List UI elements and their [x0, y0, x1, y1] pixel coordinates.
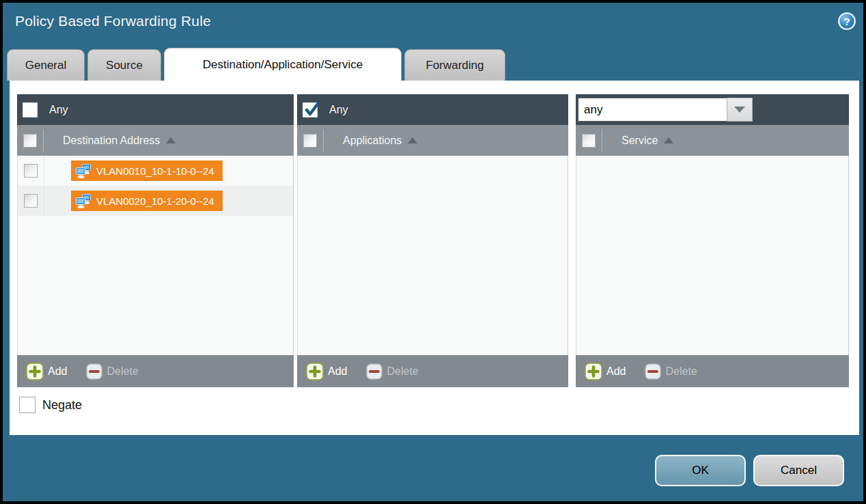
sort-ascending-icon[interactable] — [664, 137, 673, 143]
delete-icon — [366, 363, 382, 380]
service-column-label: Service — [621, 135, 658, 147]
destination-select-all-checkbox[interactable] — [23, 134, 37, 148]
row-checkbox[interactable] — [24, 194, 38, 208]
table-row[interactable]: VLAN0010_10-1-10-0--24 — [18, 156, 293, 186]
service-dropdown-button[interactable] — [727, 98, 753, 122]
applications-add-button[interactable]: Add — [306, 363, 347, 380]
svg-text:?: ? — [843, 16, 850, 27]
row-checkbox[interactable] — [24, 164, 38, 178]
tab-bar: General Source Destination/Application/S… — [7, 48, 505, 81]
applications-panel: Any Applications Add — [297, 94, 568, 387]
destination-list: VLAN0010_10-1-10-0--24 — [17, 156, 294, 355]
destination-column-header[interactable]: Destination Address — [17, 125, 294, 156]
add-icon — [306, 363, 324, 380]
applications-any-checkbox[interactable] — [303, 102, 318, 117]
network-computers-icon — [76, 194, 92, 208]
destination-any-bar: Any — [17, 94, 294, 125]
applications-column-label: Applications — [343, 135, 402, 147]
address-object[interactable]: VLAN0010_10-1-10-0--24 — [71, 160, 223, 181]
service-dropdown-input[interactable] — [578, 98, 727, 122]
policy-based-forwarding-dialog: Policy Based Forwarding Rule ? General S… — [3, 3, 863, 501]
screen: Policy Based Forwarding Rule ? General S… — [0, 0, 866, 504]
destination-delete-button[interactable]: Delete — [86, 363, 138, 380]
checkmark-icon — [304, 100, 320, 118]
address-object-label: VLAN0020_10-1-20-0--24 — [96, 195, 214, 207]
delete-icon — [645, 363, 661, 380]
address-object[interactable]: VLAN0020_10-1-20-0--24 — [71, 191, 223, 211]
service-delete-button[interactable]: Delete — [645, 363, 697, 380]
destination-add-button[interactable]: Add — [26, 363, 67, 380]
applications-panel-footer: Add Delete — [297, 355, 568, 387]
chevron-down-icon — [734, 107, 745, 113]
destination-any-checkbox[interactable] — [23, 102, 38, 117]
applications-any-bar: Any — [297, 94, 568, 125]
service-combo — [578, 98, 753, 122]
address-object-label: VLAN0010_10-1-10-0--24 — [96, 165, 214, 177]
applications-delete-button[interactable]: Delete — [366, 363, 418, 380]
applications-select-all-checkbox[interactable] — [303, 134, 317, 148]
network-computers-icon — [76, 164, 92, 178]
service-add-button[interactable]: Add — [585, 363, 626, 380]
negate-checkbox[interactable] — [19, 397, 36, 413]
tab-destination-application-service[interactable]: Destination/Application/Service — [164, 48, 402, 81]
sort-ascending-icon[interactable] — [408, 137, 417, 143]
negate-label: Negate — [42, 397, 82, 413]
service-select-all-checkbox[interactable] — [582, 134, 596, 148]
service-dropdown-bar — [576, 94, 849, 125]
cancel-button[interactable]: Cancel — [753, 455, 844, 486]
applications-list — [297, 156, 568, 355]
add-icon — [26, 363, 44, 380]
service-list — [576, 156, 849, 355]
applications-any-label: Any — [329, 104, 348, 116]
add-icon — [585, 363, 602, 380]
help-icon[interactable]: ? — [837, 11, 857, 31]
service-panel: Service Add — [576, 94, 849, 387]
applications-column-header[interactable]: Applications — [297, 125, 568, 156]
table-row[interactable]: VLAN0020_10-1-20-0--24 — [18, 186, 293, 216]
destination-address-panel: Any Destination Address — [17, 94, 294, 387]
tab-content: Any Destination Address — [10, 81, 859, 435]
dialog-footer: OK Cancel — [3, 435, 863, 501]
delete-icon — [86, 363, 102, 380]
service-column-header[interactable]: Service — [576, 125, 849, 156]
destination-any-label: Any — [49, 104, 68, 116]
ok-button[interactable]: OK — [655, 455, 746, 486]
tab-general[interactable]: General — [7, 49, 85, 81]
destination-panel-footer: Add Delete — [17, 355, 294, 387]
sort-ascending-icon[interactable] — [166, 137, 176, 143]
dialog-title: Policy Based Forwarding Rule — [15, 13, 211, 29]
service-panel-footer: Add Delete — [576, 355, 849, 387]
destination-column-label: Destination Address — [63, 135, 160, 147]
tab-source[interactable]: Source — [87, 49, 161, 81]
tab-forwarding[interactable]: Forwarding — [404, 49, 505, 81]
